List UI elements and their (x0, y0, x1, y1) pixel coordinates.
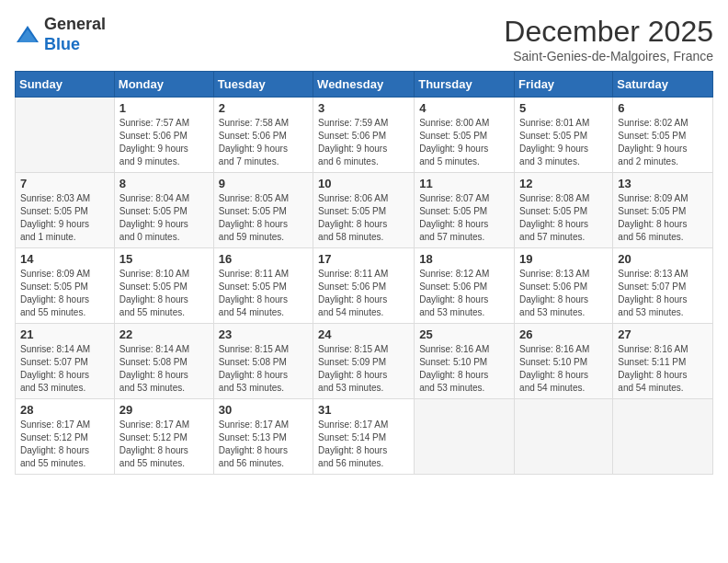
day-info: Sunrise: 8:01 AM Sunset: 5:05 PM Dayligh… (519, 117, 608, 168)
day-info: Sunrise: 8:16 AM Sunset: 5:10 PM Dayligh… (419, 343, 509, 395)
week-row-2: 7Sunrise: 8:03 AM Sunset: 5:05 PM Daylig… (16, 173, 713, 248)
day-info: Sunrise: 8:11 AM Sunset: 5:05 PM Dayligh… (219, 268, 308, 319)
day-info: Sunrise: 8:14 AM Sunset: 5:08 PM Dayligh… (119, 343, 209, 395)
logo: General Blue (15, 15, 106, 54)
calendar-cell: 19Sunrise: 8:13 AM Sunset: 5:06 PM Dayli… (515, 248, 613, 324)
day-info: Sunrise: 8:11 AM Sunset: 5:06 PM Dayligh… (318, 268, 409, 319)
weekday-header-thursday: Thursday (415, 72, 515, 98)
day-info: Sunrise: 8:17 AM Sunset: 5:12 PM Dayligh… (20, 419, 109, 470)
day-number: 12 (519, 177, 608, 190)
day-info: Sunrise: 8:16 AM Sunset: 5:11 PM Dayligh… (618, 343, 708, 395)
calendar-cell: 20Sunrise: 8:13 AM Sunset: 5:07 PM Dayli… (613, 248, 713, 324)
calendar-cell: 30Sunrise: 8:17 AM Sunset: 5:13 PM Dayli… (213, 399, 313, 475)
day-number: 20 (618, 252, 708, 266)
calendar-cell: 5Sunrise: 8:01 AM Sunset: 5:05 PM Daylig… (515, 98, 613, 173)
weekday-header-row: SundayMondayTuesdayWednesdayThursdayFrid… (16, 72, 713, 98)
calendar-cell: 7Sunrise: 8:03 AM Sunset: 5:05 PM Daylig… (16, 173, 115, 248)
day-info: Sunrise: 8:09 AM Sunset: 5:05 PM Dayligh… (20, 268, 109, 319)
day-info: Sunrise: 8:08 AM Sunset: 5:05 PM Dayligh… (519, 192, 608, 244)
day-number: 24 (318, 327, 409, 341)
day-number: 15 (119, 252, 209, 266)
day-number: 4 (419, 101, 509, 115)
day-info: Sunrise: 8:14 AM Sunset: 5:07 PM Dayligh… (20, 343, 109, 395)
day-info: Sunrise: 8:03 AM Sunset: 5:05 PM Dayligh… (20, 192, 109, 244)
weekday-header-saturday: Saturday (613, 72, 713, 98)
calendar-cell: 14Sunrise: 8:09 AM Sunset: 5:05 PM Dayli… (16, 248, 115, 324)
calendar-cell (515, 399, 613, 475)
weekday-header-tuesday: Tuesday (213, 72, 313, 98)
day-info: Sunrise: 8:10 AM Sunset: 5:05 PM Dayligh… (119, 268, 209, 319)
logo-icon (15, 22, 40, 48)
calendar-cell: 28Sunrise: 8:17 AM Sunset: 5:12 PM Dayli… (16, 399, 115, 475)
weekday-header-friday: Friday (515, 72, 613, 98)
day-number: 23 (219, 327, 308, 341)
day-info: Sunrise: 8:15 AM Sunset: 5:09 PM Dayligh… (318, 343, 409, 395)
day-number: 30 (219, 403, 308, 417)
week-row-5: 28Sunrise: 8:17 AM Sunset: 5:12 PM Dayli… (16, 399, 713, 475)
day-info: Sunrise: 8:05 AM Sunset: 5:05 PM Dayligh… (219, 192, 308, 244)
logo-blue: Blue (44, 35, 80, 53)
calendar-cell: 21Sunrise: 8:14 AM Sunset: 5:07 PM Dayli… (16, 324, 115, 399)
day-info: Sunrise: 8:12 AM Sunset: 5:06 PM Dayligh… (419, 268, 509, 319)
day-info: Sunrise: 8:00 AM Sunset: 5:05 PM Dayligh… (419, 117, 509, 168)
calendar-cell: 11Sunrise: 8:07 AM Sunset: 5:05 PM Dayli… (415, 173, 515, 248)
title-area: December 2025 Saint-Genies-de-Malgoires,… (504, 15, 713, 63)
day-info: Sunrise: 7:58 AM Sunset: 5:06 PM Dayligh… (219, 117, 308, 168)
calendar-cell: 9Sunrise: 8:05 AM Sunset: 5:05 PM Daylig… (213, 173, 313, 248)
day-info: Sunrise: 8:04 AM Sunset: 5:05 PM Dayligh… (119, 192, 209, 244)
calendar-cell: 23Sunrise: 8:15 AM Sunset: 5:08 PM Dayli… (213, 324, 313, 399)
day-number: 10 (318, 177, 409, 190)
calendar-cell: 13Sunrise: 8:09 AM Sunset: 5:05 PM Dayli… (613, 173, 713, 248)
day-number: 28 (20, 403, 109, 417)
day-info: Sunrise: 8:16 AM Sunset: 5:10 PM Dayligh… (519, 343, 608, 395)
calendar-cell: 24Sunrise: 8:15 AM Sunset: 5:09 PM Dayli… (313, 324, 415, 399)
calendar-cell: 4Sunrise: 8:00 AM Sunset: 5:05 PM Daylig… (415, 98, 515, 173)
calendar-cell: 29Sunrise: 8:17 AM Sunset: 5:12 PM Dayli… (114, 399, 213, 475)
day-number: 16 (219, 252, 308, 266)
calendar-cell: 31Sunrise: 8:17 AM Sunset: 5:14 PM Dayli… (313, 399, 415, 475)
calendar-table: SundayMondayTuesdayWednesdayThursdayFrid… (15, 71, 713, 475)
calendar-cell: 18Sunrise: 8:12 AM Sunset: 5:06 PM Dayli… (415, 248, 515, 324)
calendar-cell: 8Sunrise: 8:04 AM Sunset: 5:05 PM Daylig… (114, 173, 213, 248)
calendar-cell: 27Sunrise: 8:16 AM Sunset: 5:11 PM Dayli… (613, 324, 713, 399)
day-number: 13 (618, 177, 708, 190)
calendar-cell (613, 399, 713, 475)
calendar-cell: 12Sunrise: 8:08 AM Sunset: 5:05 PM Dayli… (515, 173, 613, 248)
calendar-cell (415, 399, 515, 475)
header: General Blue December 2025 Saint-Genies-… (15, 15, 713, 63)
day-info: Sunrise: 8:13 AM Sunset: 5:07 PM Dayligh… (618, 268, 708, 319)
day-info: Sunrise: 7:59 AM Sunset: 5:06 PM Dayligh… (318, 117, 409, 168)
weekday-header-sunday: Sunday (16, 72, 115, 98)
day-number: 21 (20, 327, 109, 341)
day-number: 8 (119, 177, 209, 190)
day-info: Sunrise: 8:13 AM Sunset: 5:06 PM Dayligh… (519, 268, 608, 319)
logo-general: General (44, 15, 106, 33)
week-row-1: 1Sunrise: 7:57 AM Sunset: 5:06 PM Daylig… (16, 98, 713, 173)
day-number: 27 (618, 327, 708, 341)
day-number: 29 (119, 403, 209, 417)
day-info: Sunrise: 8:17 AM Sunset: 5:13 PM Dayligh… (219, 419, 308, 470)
day-number: 5 (519, 101, 608, 115)
day-number: 11 (419, 177, 509, 190)
calendar-subtitle: Saint-Genies-de-Malgoires, France (504, 49, 713, 63)
calendar-cell: 3Sunrise: 7:59 AM Sunset: 5:06 PM Daylig… (313, 98, 415, 173)
calendar-cell: 16Sunrise: 8:11 AM Sunset: 5:05 PM Dayli… (213, 248, 313, 324)
calendar-cell: 22Sunrise: 8:14 AM Sunset: 5:08 PM Dayli… (114, 324, 213, 399)
day-number: 7 (20, 177, 109, 190)
day-info: Sunrise: 8:06 AM Sunset: 5:05 PM Dayligh… (318, 192, 409, 244)
day-number: 1 (119, 101, 209, 115)
day-number: 18 (419, 252, 509, 266)
day-number: 6 (618, 101, 708, 115)
calendar-cell: 10Sunrise: 8:06 AM Sunset: 5:05 PM Dayli… (313, 173, 415, 248)
calendar-cell: 25Sunrise: 8:16 AM Sunset: 5:10 PM Dayli… (415, 324, 515, 399)
day-info: Sunrise: 7:57 AM Sunset: 5:06 PM Dayligh… (119, 117, 209, 168)
calendar-cell: 2Sunrise: 7:58 AM Sunset: 5:06 PM Daylig… (213, 98, 313, 173)
day-number: 9 (219, 177, 308, 190)
day-info: Sunrise: 8:02 AM Sunset: 5:05 PM Dayligh… (618, 117, 708, 168)
day-number: 25 (419, 327, 509, 341)
calendar-cell: 15Sunrise: 8:10 AM Sunset: 5:05 PM Dayli… (114, 248, 213, 324)
day-info: Sunrise: 8:07 AM Sunset: 5:05 PM Dayligh… (419, 192, 509, 244)
weekday-header-monday: Monday (114, 72, 213, 98)
day-number: 14 (20, 252, 109, 266)
calendar-title: December 2025 (504, 15, 713, 49)
